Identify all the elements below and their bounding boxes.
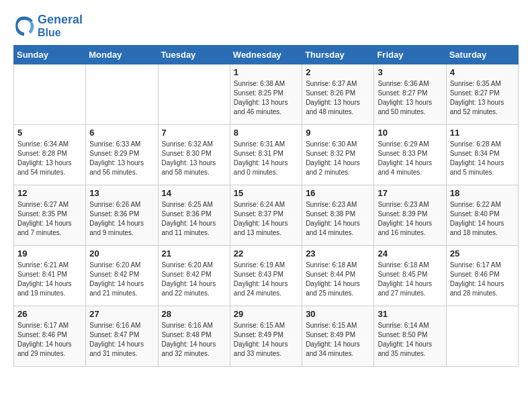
day-info: Sunrise: 6:17 AMSunset: 8:46 PMDaylight:… (17, 321, 82, 359)
day-info: Sunrise: 6:16 AMSunset: 8:48 PMDaylight:… (162, 321, 226, 359)
day-number: 8 (234, 128, 298, 138)
calendar-cell: 5Sunrise: 6:34 AMSunset: 8:28 PMDaylight… (14, 125, 86, 185)
day-info: Sunrise: 6:14 AMSunset: 8:50 PMDaylight:… (378, 321, 442, 359)
day-info: Sunrise: 6:34 AMSunset: 8:28 PMDaylight:… (17, 140, 82, 177)
calendar-cell: 2Sunrise: 6:37 AMSunset: 8:26 PMDaylight… (302, 64, 374, 125)
day-number: 7 (162, 128, 226, 138)
day-info: Sunrise: 6:18 AMSunset: 8:45 PMDaylight:… (378, 261, 442, 298)
weekday-header-tuesday: Tuesday (158, 46, 230, 64)
day-number: 25 (450, 248, 515, 259)
day-number: 30 (306, 309, 370, 319)
day-info: Sunrise: 6:26 AMSunset: 8:36 PMDaylight:… (89, 200, 154, 238)
calendar-cell: 15Sunrise: 6:24 AMSunset: 8:37 PMDayligh… (230, 185, 302, 246)
calendar-cell: 4Sunrise: 6:35 AMSunset: 8:27 PMDaylight… (446, 64, 518, 125)
calendar-cell: 7Sunrise: 6:32 AMSunset: 8:30 PMDaylight… (158, 125, 230, 185)
calendar-cell: 29Sunrise: 6:15 AMSunset: 8:49 PMDayligh… (230, 306, 302, 367)
weekday-header-wednesday: Wednesday (230, 46, 302, 64)
day-number: 28 (162, 309, 226, 319)
day-number: 31 (378, 309, 442, 319)
day-info: Sunrise: 6:35 AMSunset: 8:27 PMDaylight:… (450, 79, 515, 117)
calendar-cell: 23Sunrise: 6:18 AMSunset: 8:44 PMDayligh… (302, 246, 374, 306)
calendar-cell: 1Sunrise: 6:38 AMSunset: 8:25 PMDaylight… (230, 64, 302, 125)
logo-text: General Blue (38, 13, 83, 38)
calendar-cell: 24Sunrise: 6:18 AMSunset: 8:45 PMDayligh… (374, 246, 446, 306)
calendar-cell: 11Sunrise: 6:28 AMSunset: 8:34 PMDayligh… (446, 125, 518, 185)
day-number: 16 (306, 188, 370, 198)
weekday-header-thursday: Thursday (302, 46, 374, 64)
day-number: 26 (17, 309, 82, 319)
day-number: 17 (378, 188, 442, 198)
calendar-cell: 10Sunrise: 6:29 AMSunset: 8:33 PMDayligh… (374, 125, 446, 185)
page-header: General Blue (13, 13, 519, 38)
calendar-cell (158, 64, 230, 125)
day-number: 18 (450, 188, 515, 198)
calendar-cell: 18Sunrise: 6:22 AMSunset: 8:40 PMDayligh… (446, 185, 518, 246)
calendar-table: SundayMondayTuesdayWednesdayThursdayFrid… (13, 45, 519, 367)
day-number: 1 (234, 67, 298, 77)
day-info: Sunrise: 6:20 AMSunset: 8:42 PMDaylight:… (89, 261, 154, 298)
day-number: 14 (162, 188, 226, 198)
day-info: Sunrise: 6:37 AMSunset: 8:26 PMDaylight:… (306, 79, 370, 117)
day-number: 19 (17, 248, 82, 259)
calendar-cell: 6Sunrise: 6:33 AMSunset: 8:29 PMDaylight… (86, 125, 158, 185)
day-number: 15 (234, 188, 298, 198)
calendar-cell: 8Sunrise: 6:31 AMSunset: 8:31 PMDaylight… (230, 125, 302, 185)
calendar-cell (14, 64, 86, 125)
day-info: Sunrise: 6:31 AMSunset: 8:31 PMDaylight:… (234, 140, 298, 177)
day-number: 20 (89, 248, 154, 259)
day-number: 27 (89, 309, 154, 319)
day-info: Sunrise: 6:33 AMSunset: 8:29 PMDaylight:… (89, 140, 154, 177)
calendar-cell: 31Sunrise: 6:14 AMSunset: 8:50 PMDayligh… (374, 306, 446, 367)
day-number: 13 (89, 188, 154, 198)
day-number: 21 (162, 248, 226, 259)
day-info: Sunrise: 6:19 AMSunset: 8:43 PMDaylight:… (234, 261, 298, 298)
calendar-cell (86, 64, 158, 125)
logo: General Blue (13, 13, 83, 38)
day-info: Sunrise: 6:23 AMSunset: 8:39 PMDaylight:… (378, 200, 442, 238)
day-info: Sunrise: 6:38 AMSunset: 8:25 PMDaylight:… (234, 79, 298, 117)
weekday-header-sunday: Sunday (14, 46, 86, 64)
day-number: 10 (378, 128, 442, 138)
day-number: 29 (234, 309, 298, 319)
calendar-cell: 20Sunrise: 6:20 AMSunset: 8:42 PMDayligh… (86, 246, 158, 306)
day-number: 24 (378, 248, 442, 259)
day-number: 3 (378, 67, 442, 77)
day-info: Sunrise: 6:27 AMSunset: 8:35 PMDaylight:… (17, 200, 82, 238)
calendar-cell: 16Sunrise: 6:23 AMSunset: 8:38 PMDayligh… (302, 185, 374, 246)
calendar-cell: 28Sunrise: 6:16 AMSunset: 8:48 PMDayligh… (158, 306, 230, 367)
calendar-cell: 25Sunrise: 6:17 AMSunset: 8:46 PMDayligh… (446, 246, 518, 306)
day-info: Sunrise: 6:32 AMSunset: 8:30 PMDaylight:… (162, 140, 226, 177)
weekday-header-friday: Friday (374, 46, 446, 64)
day-info: Sunrise: 6:20 AMSunset: 8:42 PMDaylight:… (162, 261, 226, 298)
day-number: 23 (306, 248, 370, 259)
weekday-header-saturday: Saturday (446, 46, 518, 64)
day-info: Sunrise: 6:25 AMSunset: 8:36 PMDaylight:… (162, 200, 226, 238)
calendar-cell: 3Sunrise: 6:36 AMSunset: 8:27 PMDaylight… (374, 64, 446, 125)
calendar-cell: 30Sunrise: 6:15 AMSunset: 8:49 PMDayligh… (302, 306, 374, 367)
calendar-cell: 27Sunrise: 6:16 AMSunset: 8:47 PMDayligh… (86, 306, 158, 367)
day-number: 4 (450, 67, 515, 77)
calendar-cell: 21Sunrise: 6:20 AMSunset: 8:42 PMDayligh… (158, 246, 230, 306)
calendar-cell: 17Sunrise: 6:23 AMSunset: 8:39 PMDayligh… (374, 185, 446, 246)
day-info: Sunrise: 6:17 AMSunset: 8:46 PMDaylight:… (450, 261, 515, 298)
calendar-cell: 26Sunrise: 6:17 AMSunset: 8:46 PMDayligh… (14, 306, 86, 367)
calendar-cell: 12Sunrise: 6:27 AMSunset: 8:35 PMDayligh… (14, 185, 86, 246)
calendar-cell: 19Sunrise: 6:21 AMSunset: 8:41 PMDayligh… (14, 246, 86, 306)
day-info: Sunrise: 6:15 AMSunset: 8:49 PMDaylight:… (234, 321, 298, 359)
day-number: 5 (17, 128, 82, 138)
day-info: Sunrise: 6:22 AMSunset: 8:40 PMDaylight:… (450, 200, 515, 238)
calendar-cell (446, 306, 518, 367)
day-info: Sunrise: 6:28 AMSunset: 8:34 PMDaylight:… (450, 140, 515, 177)
calendar-cell: 13Sunrise: 6:26 AMSunset: 8:36 PMDayligh… (86, 185, 158, 246)
day-info: Sunrise: 6:23 AMSunset: 8:38 PMDaylight:… (306, 200, 370, 238)
day-info: Sunrise: 6:30 AMSunset: 8:32 PMDaylight:… (306, 140, 370, 177)
day-info: Sunrise: 6:16 AMSunset: 8:47 PMDaylight:… (89, 321, 154, 359)
logo-icon (13, 15, 35, 37)
day-number: 11 (450, 128, 515, 138)
day-info: Sunrise: 6:18 AMSunset: 8:44 PMDaylight:… (306, 261, 370, 298)
calendar-cell: 22Sunrise: 6:19 AMSunset: 8:43 PMDayligh… (230, 246, 302, 306)
day-info: Sunrise: 6:15 AMSunset: 8:49 PMDaylight:… (306, 321, 370, 359)
weekday-header-monday: Monday (86, 46, 158, 64)
day-number: 22 (234, 248, 298, 259)
day-number: 9 (306, 128, 370, 138)
